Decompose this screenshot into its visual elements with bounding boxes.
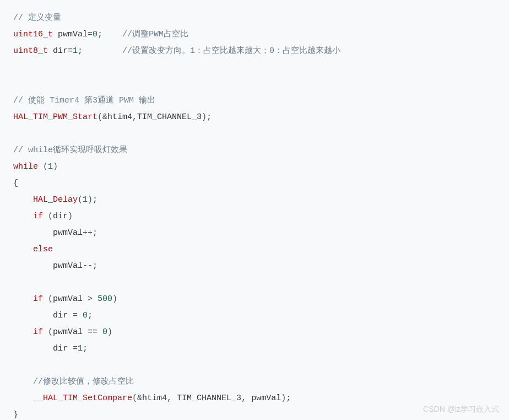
op-eq: = (68, 344, 78, 353)
paren-open: ( (43, 294, 53, 304)
paren-open: ( (78, 195, 83, 204)
var-pwmval: pwmVal (58, 30, 88, 39)
num-0: 0 (83, 311, 88, 320)
comment-direction: //设置改变方向。1：占空比越来越大；0：占空比越来越小 (122, 46, 340, 56)
op-eqeq: == (83, 327, 102, 337)
paren-close: ); (281, 394, 291, 403)
comment-enable-timer: // 使能 Timer4 第3通道 PWM 输出 (13, 96, 155, 105)
num-1: 1 (78, 344, 83, 353)
op-dec: --; (83, 261, 98, 271)
op-inc: ++; (83, 228, 98, 238)
kw-if: if (33, 294, 43, 304)
semi: ; (88, 311, 93, 320)
comment-define-vars: // 定义变量 (13, 13, 61, 23)
paren-open: ( (43, 212, 53, 221)
paren-close: ); (88, 195, 98, 204)
func-hal-delay: HAL_Delay (33, 195, 78, 204)
paren-close: ) (68, 212, 73, 221)
arg-channel3: TIM_CHANNEL_3 (137, 112, 202, 122)
arg-channel3: TIM_CHANNEL_3 (177, 394, 241, 403)
var-dir: dir (53, 46, 68, 56)
comment-setcompare: //修改比较值，修改占空比 (33, 377, 134, 386)
kw-if: if (33, 212, 43, 221)
code-block: // 定义变量 uint16_t pwmVal=0; //调整PWM占空比 ui… (0, 0, 509, 420)
arg-pwmval: pwmVal (251, 394, 281, 403)
semi: ; (78, 46, 83, 56)
var-dir: dir (53, 311, 68, 320)
kw-else: else (33, 245, 53, 254)
paren-close: ) (107, 327, 112, 337)
semi: ; (98, 30, 102, 39)
op-eq: = (68, 46, 73, 56)
op-eq: = (68, 311, 83, 320)
paren-close: ) (53, 162, 58, 171)
comment-pwm-duty: //调整PWM占空比 (122, 30, 188, 39)
comma: , (241, 394, 251, 403)
num-1: 1 (83, 195, 88, 204)
kw-if: if (33, 327, 43, 337)
semi: ; (83, 344, 88, 353)
num-1: 1 (73, 46, 78, 56)
brace-close: } (13, 410, 18, 419)
paren-open: (& (98, 112, 107, 122)
func-pwm-start: HAL_TIM_PWM_Start (13, 112, 98, 122)
paren-close: ) (112, 294, 117, 304)
var-dir: dir (53, 212, 68, 221)
type-uint16: uint16_t (13, 30, 53, 39)
comma: , (132, 112, 137, 122)
num-0: 0 (102, 327, 107, 337)
var-dir: dir (53, 344, 68, 353)
num-0: 0 (93, 30, 98, 39)
func-setcompare: __HAL_TIM_SetCompare (33, 394, 132, 403)
var-pwmval: pwmVal (53, 327, 83, 337)
brace-open: { (13, 179, 18, 188)
paren-open: (& (132, 394, 142, 403)
var-pwmval: pwmVal (53, 261, 83, 271)
comment-while-loop: // while循环实现呼吸灯效果 (13, 146, 127, 155)
var-pwmval: pwmVal (53, 228, 83, 238)
num-500: 500 (98, 294, 112, 304)
comma: , (167, 394, 177, 403)
arg-htim4: htim4 (142, 394, 167, 403)
op-eq: = (88, 30, 93, 39)
paren-close: ); (202, 112, 212, 122)
arg-htim4: htim4 (107, 112, 132, 122)
num-1: 1 (48, 162, 53, 171)
paren-open: ( (43, 327, 53, 337)
type-uint8: uint8_t (13, 46, 48, 56)
var-pwmval: pwmVal (53, 294, 83, 304)
paren-open: ( (38, 162, 48, 171)
op-gt: > (83, 294, 98, 304)
kw-while: while (13, 162, 38, 171)
